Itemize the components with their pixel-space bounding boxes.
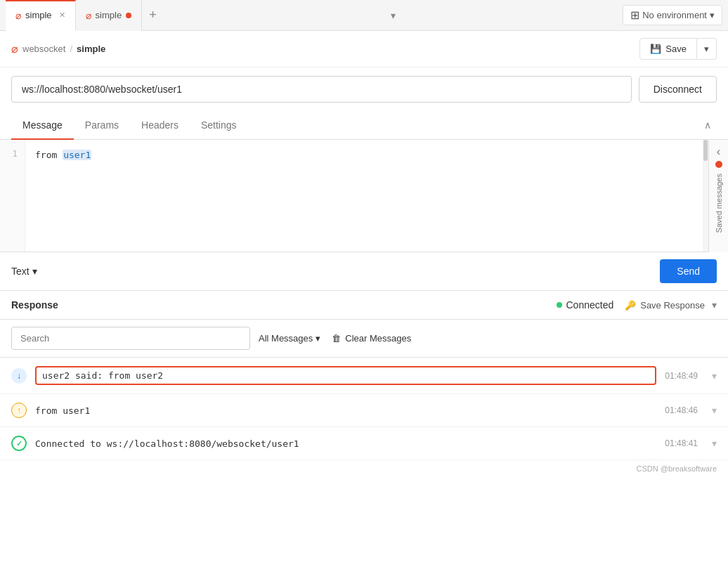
tab-bar: ⌀ simple ✕ ⌀ simple + ▾ ⊞ No environment… — [0, 0, 728, 31]
breadcrumb: ⌀ websocket / simple — [11, 42, 105, 56]
saved-messages-label[interactable]: Saved messages — [715, 174, 723, 233]
arrow-up-icon: ↑ — [11, 403, 27, 418]
save-label: Save — [665, 44, 687, 54]
editor-scrollbar-thumb — [703, 140, 708, 161]
send-button[interactable]: Send — [660, 259, 717, 283]
message-content-3[interactable]: Connected to ws://localhost:8080/websock… — [35, 438, 656, 449]
message-time-2: 01:48:46 — [665, 405, 698, 415]
save-button[interactable]: 💾 Save — [639, 38, 697, 60]
message-content-1[interactable]: user2 said: from user2 — [35, 366, 656, 385]
check-icon: ✓ — [11, 436, 27, 451]
saved-messages-sidebar: ‹ Saved messages — [708, 140, 728, 252]
env-selector-label: No environment — [642, 10, 707, 20]
trash-icon: 🗑 — [332, 333, 341, 344]
save-dropdown-button[interactable]: ▾ — [697, 38, 717, 60]
response-collapse-button[interactable]: ▾ — [712, 299, 717, 311]
code-prefix: from — [35, 150, 57, 160]
tab-dot-2 — [126, 13, 131, 18]
code-highlight: user1 — [63, 150, 91, 160]
tab-label-2: simple — [96, 10, 122, 20]
editor-area: 1 from user1 ‹ Saved messages — [0, 140, 728, 252]
response-header: Response Connected 🔑 Save Response ▾ — [0, 291, 728, 320]
save-response-icon: 🔑 — [625, 300, 636, 311]
all-messages-chevron: ▾ — [316, 333, 320, 344]
response-section: Response Connected 🔑 Save Response ▾ All… — [0, 291, 728, 460]
response-title: Response — [11, 299, 58, 311]
save-icon: 💾 — [650, 44, 661, 54]
env-selector[interactable]: ⊞ No environment ▾ — [623, 5, 722, 25]
tab-close-1[interactable]: ✕ — [59, 11, 65, 20]
search-input[interactable] — [11, 327, 250, 350]
breadcrumb-separator: / — [70, 44, 72, 54]
watermark: CSDN @breaksoftware — [0, 460, 728, 476]
text-type-dropdown[interactable]: Text ▾ — [11, 266, 37, 277]
env-dropdown-icon: ▾ — [710, 10, 715, 20]
saved-messages-dot — [715, 161, 722, 168]
tab-simple-1[interactable]: ⌀ simple ✕ — [6, 0, 76, 31]
tab-simple-2[interactable]: ⌀ simple — [76, 0, 143, 31]
search-bar: All Messages ▾ 🗑 Clear Messages — [0, 320, 728, 358]
connected-status: Connected — [557, 299, 614, 311]
clear-messages-button[interactable]: 🗑 Clear Messages — [332, 333, 411, 344]
breadcrumb-ws-icon: ⌀ — [11, 42, 18, 56]
tab-params[interactable]: Params — [74, 111, 130, 140]
connected-label: Connected — [566, 299, 614, 311]
all-messages-dropdown[interactable]: All Messages ▾ — [259, 333, 320, 344]
sidebar-collapse-icon[interactable]: ‹ — [717, 145, 720, 158]
message-list: ↓ user2 said: from user2 01:48:49 ▾ ↑ fr… — [0, 358, 728, 460]
watermark-text: CSDN @breaksoftware — [637, 464, 717, 473]
message-time-1: 01:48:49 — [665, 371, 698, 381]
message-row: ↑ from user1 01:48:46 ▾ — [0, 394, 728, 427]
tab-dropdown-button[interactable]: ▾ — [385, 10, 401, 21]
message-expand-2[interactable]: ▾ — [712, 405, 717, 416]
breadcrumb-parent: websocket — [22, 44, 65, 54]
nav-tabs: Message Params Headers Settings ∧ — [0, 111, 728, 140]
message-content-2[interactable]: from user1 — [35, 405, 656, 416]
text-type-label: Text — [11, 266, 30, 277]
arrow-down-icon: ↓ — [11, 368, 27, 384]
text-type-chevron: ▾ — [32, 266, 37, 277]
message-row: ✓ Connected to ws://localhost:8080/webso… — [0, 427, 728, 460]
editor-content[interactable]: from user1 — [25, 140, 703, 252]
header: ⌀ websocket / simple 💾 Save ▾ — [0, 31, 728, 67]
all-messages-label: All Messages — [259, 333, 313, 344]
url-input[interactable] — [11, 76, 632, 103]
tab-label-1: simple — [25, 10, 52, 20]
message-expand-1[interactable]: ▾ — [712, 370, 717, 382]
message-footer: Text ▾ Send — [0, 252, 728, 291]
tab-headers[interactable]: Headers — [130, 111, 190, 140]
save-response-button[interactable]: 🔑 Save Response — [625, 300, 705, 311]
ws-tab-icon-1: ⌀ — [15, 10, 21, 21]
disconnect-button[interactable]: Disconnect — [639, 76, 717, 103]
tab-add-button[interactable]: + — [142, 8, 164, 22]
tab-settings[interactable]: Settings — [190, 111, 248, 140]
save-response-label: Save Response — [640, 300, 705, 311]
editor-scrollbar[interactable] — [703, 140, 708, 252]
url-bar: Disconnect — [0, 67, 728, 111]
ws-tab-icon-2: ⌀ — [86, 10, 91, 21]
message-row: ↓ user2 said: from user2 01:48:49 ▾ — [0, 358, 728, 394]
no-env-icon: ⊞ — [630, 8, 639, 22]
nav-tabs-collapse-button[interactable]: ∧ — [698, 114, 717, 136]
header-actions: 💾 Save ▾ — [639, 38, 717, 60]
message-expand-3[interactable]: ▾ — [712, 438, 717, 449]
clear-messages-label: Clear Messages — [345, 333, 411, 344]
line-numbers: 1 — [0, 140, 25, 252]
line-number-1: 1 — [12, 148, 18, 159]
message-time-3: 01:48:41 — [665, 438, 698, 448]
breadcrumb-current: simple — [77, 44, 105, 54]
connected-dot — [557, 302, 562, 308]
tab-message[interactable]: Message — [11, 111, 74, 140]
